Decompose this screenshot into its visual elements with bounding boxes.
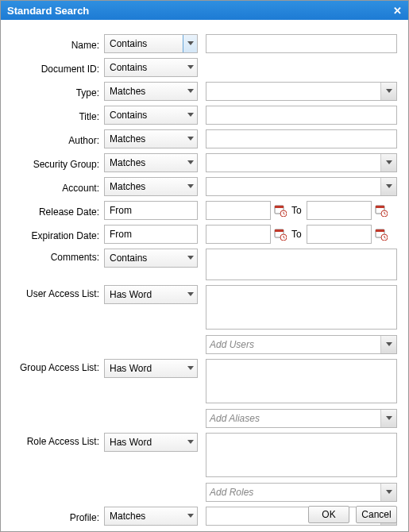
- label-reldate: Release Date:: [12, 203, 104, 218]
- label-name: Name:: [12, 37, 104, 51]
- operator-reldate-value: From: [110, 205, 132, 216]
- input-ral[interactable]: [206, 433, 397, 477]
- operator-secgroup[interactable]: Matches: [104, 153, 198, 172]
- label-account: Account:: [12, 179, 104, 194]
- chevron-down-icon: [380, 484, 396, 501]
- select-account[interactable]: [206, 177, 397, 196]
- operator-reldate[interactable]: From: [104, 201, 198, 220]
- chevron-down-icon: [183, 360, 197, 377]
- title-bar: Standard Search ✕: [1, 1, 408, 20]
- operator-comments[interactable]: Contains: [104, 249, 198, 268]
- operator-docid[interactable]: Contains: [104, 58, 198, 77]
- operator-ual[interactable]: Has Word: [104, 285, 198, 304]
- input-gal[interactable]: [206, 359, 397, 403]
- operator-account[interactable]: Matches: [104, 177, 198, 196]
- chevron-down-icon: [380, 178, 396, 195]
- label-expdate: Expiration Date:: [12, 227, 104, 241]
- chevron-down-icon: [183, 178, 197, 195]
- operator-ral[interactable]: Has Word: [104, 433, 198, 452]
- operator-secgroup-value: Matches: [110, 157, 145, 168]
- cancel-button[interactable]: Cancel: [356, 506, 397, 523]
- operator-type-value: Matches: [110, 86, 145, 97]
- operator-gal-value: Has Word: [110, 363, 152, 374]
- operator-account-value: Matches: [110, 181, 145, 192]
- operator-expdate[interactable]: From: [104, 225, 198, 244]
- operator-profile[interactable]: Matches: [104, 507, 198, 526]
- chevron-down-icon: [183, 83, 197, 100]
- operator-profile-value: Matches: [110, 511, 145, 522]
- label-comments: Comments:: [12, 249, 104, 263]
- operator-author[interactable]: Matches: [104, 129, 198, 148]
- input-comments[interactable]: [206, 249, 397, 280]
- label-type: Type:: [12, 84, 104, 98]
- input-ual[interactable]: [206, 285, 397, 330]
- operator-name[interactable]: Contains: [104, 34, 198, 53]
- chevron-down-icon: [183, 507, 197, 525]
- label-profile: Profile:: [12, 509, 104, 523]
- operator-type[interactable]: Matches: [104, 82, 198, 101]
- close-icon[interactable]: ✕: [393, 5, 402, 17]
- operator-expdate-value: From: [110, 229, 132, 240]
- dialog-title: Standard Search: [7, 5, 89, 17]
- calendar-icon[interactable]: [274, 204, 287, 217]
- label-secgroup: Security Group:: [12, 156, 104, 170]
- input-title[interactable]: [206, 106, 397, 125]
- operator-title[interactable]: Contains: [104, 106, 198, 125]
- calendar-icon[interactable]: [375, 228, 388, 241]
- select-add-users[interactable]: Add Users: [206, 335, 397, 354]
- ok-button[interactable]: OK: [308, 506, 349, 523]
- operator-ual-value: Has Word: [110, 289, 152, 300]
- label-title: Title:: [12, 108, 104, 122]
- operator-comments-value: Contains: [110, 253, 147, 264]
- operator-ral-value: Has Word: [110, 437, 152, 448]
- placeholder-add-users: Add Users: [210, 339, 254, 350]
- label-to: To: [290, 205, 303, 216]
- select-secgroup[interactable]: [206, 153, 397, 172]
- chevron-down-icon: [183, 154, 197, 172]
- input-reldate-to[interactable]: [307, 201, 372, 220]
- label-ual: User Access List:: [12, 285, 104, 299]
- operator-docid-value: Contains: [110, 62, 147, 73]
- select-add-roles[interactable]: Add Roles: [206, 483, 397, 502]
- calendar-icon[interactable]: [375, 204, 388, 217]
- chevron-down-icon: [183, 434, 197, 451]
- chevron-down-icon: [380, 154, 396, 172]
- select-add-aliases[interactable]: Add Aliases: [206, 409, 397, 428]
- operator-title-value: Contains: [110, 110, 147, 121]
- chevron-down-icon: [183, 130, 197, 148]
- chevron-down-icon: [183, 35, 197, 52]
- label-author: Author:: [12, 132, 104, 146]
- chevron-down-icon: [183, 106, 197, 124]
- label-to: To: [290, 229, 303, 240]
- operator-author-value: Matches: [110, 133, 145, 145]
- chevron-down-icon: [183, 286, 197, 303]
- input-expdate-from[interactable]: [206, 225, 271, 244]
- chevron-down-icon: [380, 83, 396, 100]
- placeholder-add-aliases: Add Aliases: [210, 413, 260, 424]
- chevron-down-icon: [380, 336, 396, 353]
- placeholder-add-roles: Add Roles: [210, 487, 253, 498]
- input-expdate-to[interactable]: [307, 225, 372, 244]
- operator-name-value: Contains: [110, 38, 147, 49]
- input-name[interactable]: [206, 34, 397, 53]
- label-gal: Group Access List:: [12, 359, 104, 373]
- standard-search-dialog: Standard Search ✕ Name: Contains Documen…: [0, 0, 409, 532]
- label-ral: Role Access List:: [12, 433, 104, 447]
- chevron-down-icon: [183, 59, 197, 76]
- operator-gal[interactable]: Has Word: [104, 359, 198, 378]
- select-type[interactable]: [206, 82, 397, 101]
- label-docid: Document ID:: [12, 60, 104, 75]
- calendar-icon[interactable]: [274, 228, 287, 241]
- input-author[interactable]: [206, 129, 397, 148]
- chevron-down-icon: [380, 410, 396, 427]
- input-reldate-from[interactable]: [206, 201, 271, 220]
- chevron-down-icon: [183, 249, 197, 267]
